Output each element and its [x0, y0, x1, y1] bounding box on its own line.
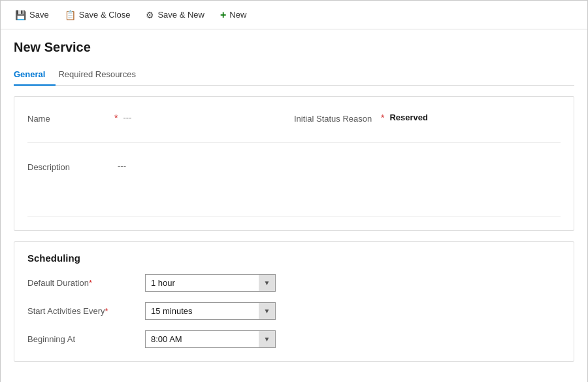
save-close-button[interactable]: Save & Close: [58, 7, 137, 24]
default-duration-required: *: [89, 278, 92, 288]
app-container: Save Save & Close Save & New New New Ser…: [0, 0, 588, 382]
new-icon: [220, 9, 226, 21]
scheduling-section-card: Scheduling Default Duration* 30 minutes …: [14, 241, 574, 362]
description-field-row: Description ---: [27, 156, 294, 177]
save-close-icon: [65, 10, 76, 20]
save-new-icon: [146, 10, 154, 20]
name-required: *: [114, 113, 118, 123]
tab-general[interactable]: General: [14, 64, 56, 86]
default-duration-row: Default Duration* 30 minutes 1 hour 2 ho…: [27, 274, 561, 292]
name-value: ---: [123, 113, 131, 122]
start-activities-label: Start Activities Every*: [27, 306, 145, 316]
save-button[interactable]: Save: [8, 7, 56, 24]
save-new-label: Save & New: [157, 10, 204, 20]
name-label: Name: [27, 113, 112, 124]
form-divider-2: [27, 217, 561, 217]
initial-status-field-row: Initial Status Reason * Reserved: [294, 107, 561, 129]
default-duration-wrapper: 30 minutes 1 hour 2 hours 4 hours 8 hour…: [145, 274, 276, 292]
spacer: [14, 188, 574, 214]
initial-status-label: Initial Status Reason: [294, 113, 379, 124]
bottom-spacer: [14, 220, 574, 230]
name-field-row: Name * ---: [27, 107, 294, 129]
new-label: New: [229, 10, 246, 20]
save-label: Save: [29, 10, 49, 20]
initial-status-value: Reserved: [389, 113, 428, 122]
description-value: ---: [118, 161, 126, 171]
general-form-grid: Name * --- Initial Status Reason * Reser…: [14, 97, 574, 139]
form-divider-1: [27, 142, 561, 143]
default-duration-label: Default Duration*: [27, 278, 145, 288]
beginning-at-wrapper: 12:00 AM 6:00 AM 7:00 AM 8:00 AM 9:00 AM…: [145, 330, 276, 348]
start-activities-wrapper: 5 minutes 10 minutes 15 minutes 30 minut…: [145, 302, 276, 320]
start-activities-required: *: [105, 306, 108, 316]
new-button[interactable]: New: [214, 6, 253, 24]
tab-required-resources[interactable]: Required Resources: [56, 64, 146, 86]
start-activities-row: Start Activities Every* 5 minutes 10 min…: [27, 302, 561, 320]
scheduling-title: Scheduling: [14, 242, 574, 269]
save-close-label: Save & Close: [79, 10, 131, 20]
beginning-at-select[interactable]: 12:00 AM 6:00 AM 7:00 AM 8:00 AM 9:00 AM: [145, 330, 276, 348]
beginning-at-label: Beginning At: [27, 334, 145, 344]
beginning-at-row: Beginning At 12:00 AM 6:00 AM 7:00 AM 8:…: [27, 330, 561, 348]
tabs: General Required Resources: [14, 64, 574, 86]
initial-status-required: *: [381, 113, 384, 123]
scheduling-form: Default Duration* 30 minutes 1 hour 2 ho…: [14, 269, 574, 361]
default-duration-select[interactable]: 30 minutes 1 hour 2 hours 4 hours 8 hour…: [145, 274, 276, 292]
page-title: New Service: [14, 40, 574, 55]
save-icon: [15, 10, 26, 20]
description-grid: Description ---: [14, 145, 574, 188]
toolbar: Save Save & Close Save & New New: [1, 1, 587, 29]
start-activities-select[interactable]: 5 minutes 10 minutes 15 minutes 30 minut…: [145, 302, 276, 320]
general-section-card: Name * --- Initial Status Reason * Reser…: [14, 96, 574, 231]
save-new-button[interactable]: Save & New: [139, 7, 211, 24]
description-label: Description: [27, 161, 112, 172]
page-content: New Service General Required Resources N…: [1, 29, 587, 382]
